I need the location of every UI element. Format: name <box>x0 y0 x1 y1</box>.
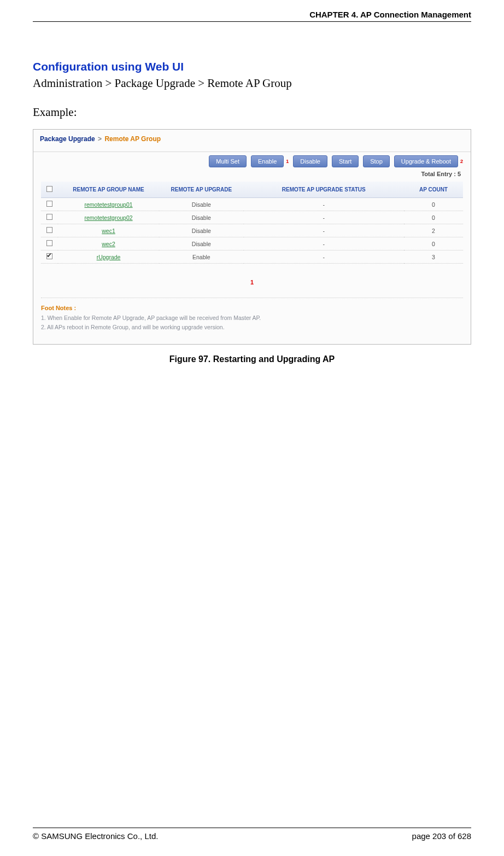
count-cell: 0 <box>404 211 463 224</box>
table-row: rUpgradeEnable-3 <box>41 251 463 264</box>
group-name-link[interactable]: wec1 <box>102 228 115 234</box>
footnote-ref-1: 1 <box>286 159 289 164</box>
status-cell: - <box>244 251 404 264</box>
footnote-1: 1. When Enable for Remote AP Upgrade, AP… <box>41 313 463 323</box>
count-cell: 2 <box>404 224 463 237</box>
stop-button[interactable]: Stop <box>363 155 390 167</box>
footnote-2: 2. All APs reboot in Remote Group, and w… <box>41 323 463 332</box>
upgrade-cell: Disable <box>159 224 243 237</box>
count-cell: 0 <box>404 198 463 211</box>
count-cell: 0 <box>404 237 463 251</box>
page-header: CHAPTER 4. AP Connection Management <box>33 10 471 22</box>
col-name: REMOTE AP GROUP NAME <box>58 182 159 198</box>
status-cell: - <box>244 211 404 224</box>
chapter-title: CHAPTER 4. AP Connection Management <box>309 10 471 19</box>
upgrade-cell: Disable <box>159 211 243 224</box>
example-label: Example: <box>33 106 471 119</box>
footnote-ref-2: 2 <box>460 159 463 164</box>
upgrade-cell: Disable <box>159 237 243 251</box>
row-checkbox[interactable] <box>46 201 52 207</box>
col-status: REMOTE AP UPGRADE STATUS <box>244 182 404 198</box>
row-checkbox[interactable] <box>46 240 52 246</box>
breadcrumb-part1: Package Upgrade <box>40 135 95 143</box>
page-number: page 203 of 628 <box>412 831 471 841</box>
col-upgrade: REMOTE AP UPGRADE <box>159 182 243 198</box>
upgrade-cell: Enable <box>159 251 243 264</box>
enable-button[interactable]: Enable <box>251 155 284 167</box>
page-footer: © SAMSUNG Electronics Co., Ltd. page 203… <box>33 828 471 841</box>
section-title: Configuration using Web UI <box>33 60 471 73</box>
multi-set-button[interactable]: Multi Set <box>209 155 247 167</box>
upgrade-reboot-button[interactable]: Upgrade & Reboot <box>394 155 458 167</box>
table-row: remotetestgroup01Disable-0 <box>41 198 463 211</box>
navigation-path: Administration > Package Upgrade > Remot… <box>33 77 471 90</box>
toolbar: Multi Set Enable 1 Disable Start Stop Up… <box>33 152 471 168</box>
footnotes: Foot Notes : 1. When Enable for Remote A… <box>33 298 471 344</box>
ap-group-table: REMOTE AP GROUP NAME REMOTE AP UPGRADE R… <box>41 182 463 264</box>
screenshot-figure: Package Upgrade > Remote AP Group Multi … <box>33 129 471 345</box>
col-checkbox <box>41 182 58 198</box>
select-all-checkbox[interactable] <box>46 186 52 192</box>
table-row: wec2Disable-0 <box>41 237 463 251</box>
group-name-link[interactable]: rUpgrade <box>97 254 121 260</box>
status-cell: - <box>244 198 404 211</box>
total-entry-label: Total Entry : 5 <box>33 168 471 182</box>
row-checkbox[interactable] <box>46 227 52 233</box>
figure-caption: Figure 97. Restarting and Upgrading AP <box>33 354 471 364</box>
group-name-link[interactable]: remotetestgroup01 <box>84 201 132 208</box>
start-button[interactable]: Start <box>332 155 359 167</box>
group-name-link[interactable]: wec2 <box>102 241 115 247</box>
row-checkbox[interactable] <box>46 253 52 259</box>
footnotes-title: Foot Notes : <box>41 305 463 311</box>
group-name-link[interactable]: remotetestgroup02 <box>84 214 132 221</box>
table-row: wec1Disable-2 <box>41 224 463 237</box>
breadcrumb-sep: > <box>98 135 102 143</box>
copyright: © SAMSUNG Electronics Co., Ltd. <box>33 831 158 841</box>
table-row: remotetestgroup02Disable-0 <box>41 211 463 224</box>
status-cell: - <box>244 224 404 237</box>
count-cell: 3 <box>404 251 463 264</box>
upgrade-cell: Disable <box>159 198 243 211</box>
pager[interactable]: 1 <box>41 264 463 298</box>
breadcrumb-part2: Remote AP Group <box>104 135 161 143</box>
status-cell: - <box>244 237 404 251</box>
col-count: AP COUNT <box>404 182 463 198</box>
breadcrumb: Package Upgrade > Remote AP Group <box>33 130 471 152</box>
row-checkbox[interactable] <box>46 214 52 220</box>
page-content: Configuration using Web UI Administratio… <box>33 0 471 364</box>
disable-button[interactable]: Disable <box>293 155 327 167</box>
